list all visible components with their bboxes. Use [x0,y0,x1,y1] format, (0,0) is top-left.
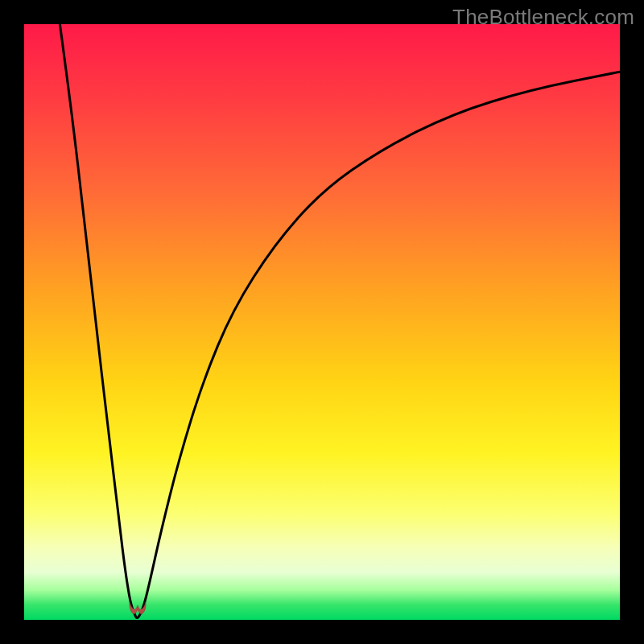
bottleneck-curve [24,24,620,620]
plot-area [24,24,620,620]
curve-path [60,24,620,618]
chart-frame: TheBottleneck.com [0,0,644,644]
